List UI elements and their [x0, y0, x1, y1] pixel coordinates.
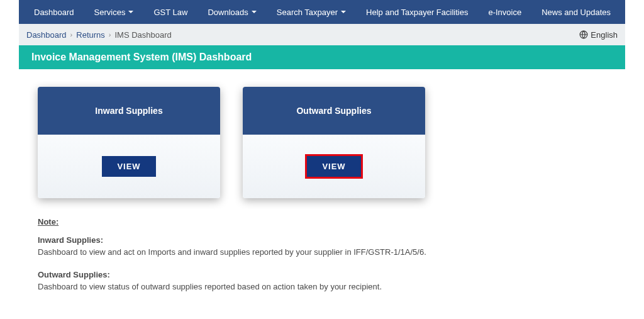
chevron-down-icon [128, 11, 133, 13]
card-body: VIEW [38, 135, 220, 198]
nav-search-taxpayer[interactable]: Search Taxpayer [267, 0, 356, 24]
notes-outward-title: Outward Supplies: [38, 270, 606, 279]
nav-dashboard[interactable]: Dashboard [24, 0, 84, 24]
card-outward-supplies: Outward Supplies VIEW [243, 87, 425, 198]
breadcrumb-current: IMS Dashboard [114, 30, 171, 40]
card-header: Inward Supplies [38, 87, 220, 135]
nav-einvoice[interactable]: e-Invoice [478, 0, 531, 24]
breadcrumb: Dashboard › Returns › IMS Dashboard [26, 30, 172, 40]
page-title: Invoice Management System (IMS) Dashboar… [19, 45, 625, 69]
top-nav: Dashboard Services GST Law Downloads Sea… [19, 0, 625, 24]
globe-icon [579, 30, 588, 39]
chevron-down-icon [252, 11, 257, 13]
nav-label: Services [94, 8, 126, 17]
cards-row: Inward Supplies VIEW Outward Supplies VI… [38, 87, 606, 198]
breadcrumb-sep: › [109, 31, 111, 38]
nav-help[interactable]: Help and Taxpayer Facilities [356, 0, 478, 24]
chevron-down-icon [341, 11, 346, 13]
nav-news[interactable]: News and Updates [531, 0, 621, 24]
nav-label: Help and Taxpayer Facilities [366, 8, 468, 17]
nav-downloads[interactable]: Downloads [197, 0, 266, 24]
nav-label: GST Law [153, 8, 187, 17]
notes-heading: Note: [38, 217, 606, 227]
breadcrumb-link-dashboard[interactable]: Dashboard [26, 30, 67, 40]
nav-services[interactable]: Services [84, 0, 144, 24]
card-inward-supplies: Inward Supplies VIEW [38, 87, 220, 198]
card-body: VIEW [243, 135, 425, 198]
nav-label: e-Invoice [488, 8, 521, 17]
notes-outward-text: Dashboard to view status of outward supp… [38, 281, 606, 293]
language-selector[interactable]: English [579, 30, 618, 40]
nav-label: News and Updates [541, 8, 611, 17]
nav-gst-law[interactable]: GST Law [143, 0, 197, 24]
breadcrumb-sep: › [70, 31, 73, 38]
content-area: Inward Supplies VIEW Outward Supplies VI… [19, 69, 625, 316]
nav-label: Dashboard [34, 8, 74, 17]
card-header: Outward Supplies [243, 87, 425, 135]
sub-bar: Dashboard › Returns › IMS Dashboard Engl… [19, 24, 625, 45]
view-outward-button[interactable]: VIEW [307, 156, 360, 177]
nav-label: Downloads [208, 8, 248, 17]
language-label: English [591, 30, 618, 40]
nav-label: Search Taxpayer [277, 8, 338, 17]
notes-section: Note: Inward Supplies: Dashboard to view… [38, 217, 606, 293]
notes-inward-title: Inward Supplies: [38, 235, 606, 245]
breadcrumb-link-returns[interactable]: Returns [76, 30, 105, 40]
view-inward-button[interactable]: VIEW [102, 156, 155, 177]
notes-inward-text: Dashboard to view and act on Imports and… [38, 246, 606, 259]
